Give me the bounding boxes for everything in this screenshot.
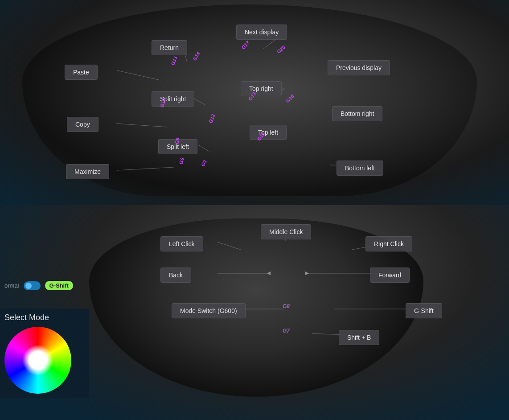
label-btn-left-click[interactable]: Left Click [160,236,203,251]
label-btn-maximize[interactable]: Maximize [66,164,109,179]
label-btn-copy[interactable]: Copy [67,117,99,132]
select-mode-panel: Select Mode [0,309,89,398]
label-btn-top-left[interactable]: Top left [250,125,287,140]
label-btn-previous-display[interactable]: Previous display [328,60,390,75]
select-mode-title: Select Mode [4,313,85,322]
label-btn-bottom-right[interactable]: Bottom right [332,106,382,121]
label-btn-middle-click[interactable]: Middle Click [261,224,311,239]
label-btn-g-shift-btn[interactable]: G-Shift [406,303,442,318]
label-btn-right-click[interactable]: Right Click [365,236,412,251]
g-shift-badge[interactable]: G-Shift [45,281,73,290]
mode-controls: ormal G-Shift [4,281,73,290]
label-btn-bottom-left[interactable]: Bottom left [337,161,383,176]
label-btn-mode-switch[interactable]: Mode Switch (G600) [172,303,246,318]
label-btn-next-display[interactable]: Next display [236,25,287,40]
label-btn-top-right[interactable]: Top right [241,81,282,96]
label-btn-return[interactable]: Return [152,40,187,55]
label-btn-split-left[interactable]: Split left [158,139,197,154]
color-wheel[interactable] [4,327,71,394]
label-btn-forward[interactable]: Forward [370,268,410,283]
label-btn-split-right[interactable]: Split right [152,91,194,107]
label-btn-paste[interactable]: Paste [65,65,98,80]
mode-toggle[interactable] [24,281,41,290]
mode-normal-label: ormal [4,282,19,289]
label-btn-back[interactable]: Back [160,268,191,283]
label-btn-shift-b[interactable]: Shift + B [339,330,379,345]
